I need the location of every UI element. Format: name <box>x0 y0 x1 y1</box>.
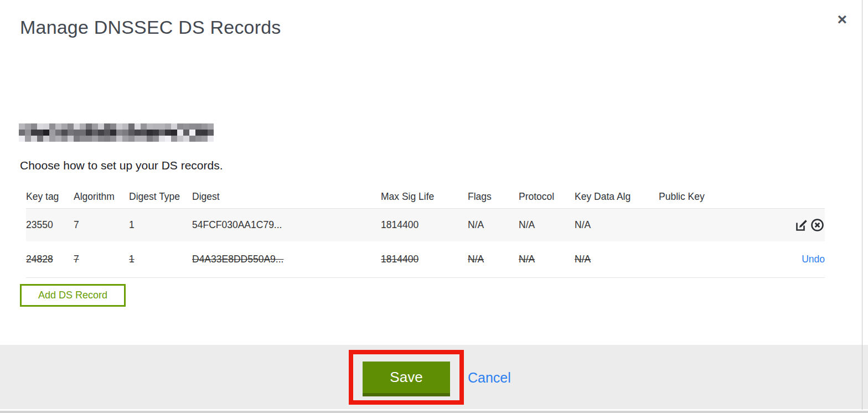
cell-digest: D4A33E8DD550A9... <box>192 254 381 265</box>
add-ds-record-button[interactable]: Add DS Record <box>20 284 126 307</box>
cell-digest: 54FCF030AA1C79... <box>192 219 381 231</box>
cancel-link[interactable]: Cancel <box>468 370 511 386</box>
column-header-public-key: Public Key <box>659 191 786 203</box>
ds-records-table: Key tag Algorithm Digest Type Digest Max… <box>26 185 825 278</box>
cell-algorithm: 7 <box>74 219 129 231</box>
save-button[interactable]: Save <box>363 362 450 396</box>
cell-digest-type: 1 <box>129 219 192 231</box>
cell-algorithm: 7 <box>74 254 129 265</box>
edit-record-icon[interactable] <box>794 218 809 233</box>
instruction-text: Choose how to set up your DS records. <box>20 159 223 172</box>
page-title: Manage DNSSEC DS Records <box>20 17 281 38</box>
column-header-protocol: Protocol <box>519 191 575 203</box>
cell-max-sig-life: 1814400 <box>381 254 468 265</box>
undo-link[interactable]: Undo <box>802 254 825 265</box>
page-right-border <box>862 0 862 413</box>
dnssec-ds-records-modal: Manage DNSSEC DS Records × Choose how to… <box>0 0 868 413</box>
column-header-digest: Digest <box>192 191 381 203</box>
cell-flags: N/A <box>468 254 519 265</box>
cell-key-data-alg: N/A <box>575 219 659 231</box>
close-icon[interactable]: × <box>837 11 847 28</box>
page-bottom-edge <box>0 410 868 413</box>
column-header-key-data-alg: Key Data Alg <box>575 191 659 203</box>
table-row: 23550 7 1 54FCF030AA1C79... 1814400 N/A … <box>26 208 825 241</box>
cell-digest-type: 1 <box>129 254 192 265</box>
modal-footer: Save Cancel <box>0 345 868 409</box>
cell-key-tag: 24828 <box>26 254 74 265</box>
delete-record-icon[interactable] <box>810 218 825 233</box>
column-header-algorithm: Algorithm <box>74 191 129 203</box>
cell-protocol: N/A <box>519 219 575 231</box>
cell-flags: N/A <box>468 219 519 231</box>
column-header-max-sig-life: Max Sig Life <box>381 191 468 203</box>
column-header-flags: Flags <box>468 191 519 203</box>
redacted-domain-name <box>19 123 214 142</box>
column-header-key-tag: Key tag <box>26 191 74 203</box>
table-row-deleted: 24828 7 1 D4A33E8DD550A9... 1814400 N/A … <box>26 241 825 278</box>
annotation-highlight-box: Save <box>349 350 464 405</box>
cell-key-tag: 23550 <box>26 219 74 231</box>
table-header-row: Key tag Algorithm Digest Type Digest Max… <box>26 185 825 208</box>
cell-max-sig-life: 1814400 <box>381 219 468 231</box>
cell-key-data-alg: N/A <box>575 254 659 265</box>
column-header-digest-type: Digest Type <box>129 191 192 203</box>
cell-protocol: N/A <box>519 254 575 265</box>
